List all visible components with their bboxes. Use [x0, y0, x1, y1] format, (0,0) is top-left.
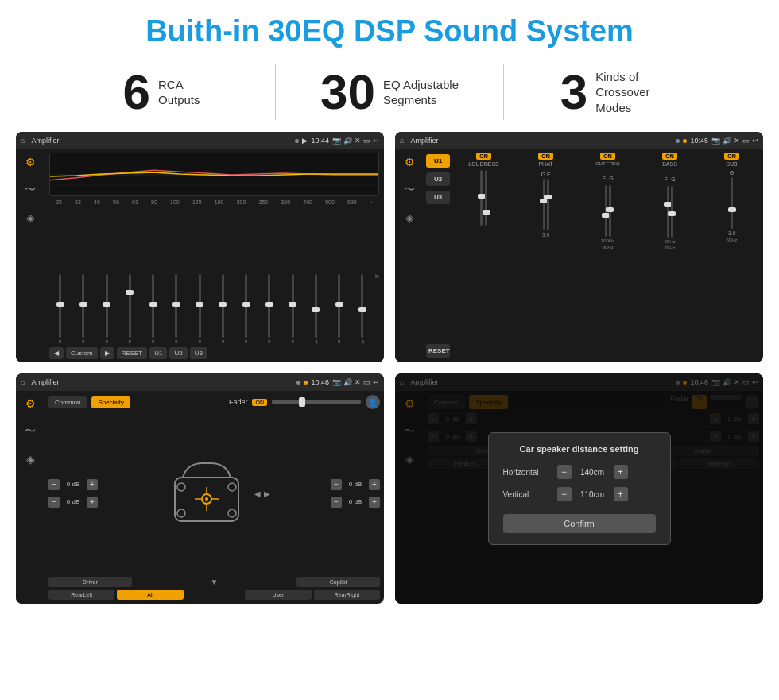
eq-sliders: 0 0 0 5 0 0 0 0 0 0 0 -1 0 -1 »	[49, 208, 379, 344]
screen-eq: ⌂ Amplifier ▶ 10:44 📷 🔊 ✕ ▭ ↩ ⚙ 〜 ◈	[16, 132, 384, 362]
eq-icon-3[interactable]: ◈	[26, 211, 35, 224]
eq-preset-btn[interactable]: Custom	[66, 347, 98, 359]
volume-icon-2[interactable]: 🔊	[723, 137, 731, 145]
db-minus-1[interactable]: −	[48, 479, 60, 490]
db-val-2: 0 dB	[62, 498, 84, 505]
spk-icon-2[interactable]: 〜	[25, 424, 36, 439]
minimize-icon[interactable]: ▭	[363, 137, 370, 145]
db-control-3: − 0 dB +	[331, 479, 380, 490]
eq-u3-btn[interactable]: U3	[190, 347, 207, 359]
svg-point-5	[228, 483, 236, 491]
svg-point-6	[177, 509, 185, 517]
rearright-btn[interactable]: RearRight	[314, 590, 380, 600]
user-btn[interactable]: User	[245, 590, 311, 600]
eq-controls[interactable]: ◀ Custom ▶ RESET U1 U2 U3	[49, 347, 379, 359]
close-icon[interactable]: ✕	[355, 137, 361, 145]
fader-on-badge: ON	[252, 399, 267, 406]
db-control-2: − 0 dB +	[48, 497, 98, 508]
amp-u3-btn[interactable]: U3	[426, 191, 450, 204]
horizontal-plus-btn[interactable]: +	[614, 465, 628, 479]
nav-left-icon[interactable]: ◀	[254, 489, 261, 498]
dot-icon-3	[683, 139, 687, 143]
camera-icon-2[interactable]: 📷	[711, 137, 720, 145]
back-icon-3[interactable]: ↩	[373, 378, 379, 386]
amp-icon-1[interactable]: ⚙	[405, 156, 415, 168]
expand-icon[interactable]: »	[375, 272, 380, 280]
db-minus-4[interactable]: −	[331, 497, 342, 508]
stat-text-rca: RCAOutputs	[158, 77, 200, 108]
home-icon-2[interactable]: ⌂	[400, 137, 404, 145]
amp-u1-btn[interactable]: U1	[426, 154, 450, 168]
copilot-btn[interactable]: Copilot	[296, 577, 380, 587]
vertical-minus-btn[interactable]: −	[557, 487, 572, 501]
nav-right-icon[interactable]: ▶	[264, 489, 270, 498]
minimize-icon-2[interactable]: ▭	[742, 137, 750, 145]
horizontal-minus-btn[interactable]: −	[557, 465, 572, 479]
fader-bar[interactable]	[272, 400, 361, 404]
dot-icon-4	[296, 381, 300, 385]
db-val-4: 0 dB	[344, 498, 366, 505]
vertical-plus-btn[interactable]: +	[614, 487, 628, 501]
vertical-label: Vertical	[503, 490, 551, 499]
main-title: Buith-in 30EQ DSP Sound System	[0, 0, 779, 56]
down-arrow-icon[interactable]: ▼	[211, 578, 219, 586]
back-icon[interactable]: ↩	[373, 137, 379, 145]
horizontal-value: 140cm	[575, 468, 610, 477]
db-plus-2[interactable]: +	[87, 497, 98, 508]
db-plus-1[interactable]: +	[87, 479, 98, 490]
dialog-overlay: Car speaker distance setting Horizontal …	[395, 373, 763, 604]
stat-item-crossover: 3 Kinds ofCrossover Modes	[504, 68, 731, 117]
volume-icon[interactable]: 🔊	[343, 137, 352, 145]
db-minus-3[interactable]: −	[331, 479, 342, 490]
fader-label: Fader	[229, 398, 248, 406]
close-icon-2[interactable]: ✕	[734, 137, 740, 145]
close-icon-3[interactable]: ✕	[355, 378, 361, 386]
play-icon[interactable]: ▶	[302, 137, 308, 145]
screen-eq-topbar-icons: 📷 🔊 ✕ ▭ ↩	[332, 137, 379, 145]
eq-main: 25 32 40 50 63 80 100 125 160 200 250 32…	[45, 149, 384, 362]
back-icon-2[interactable]: ↩	[752, 137, 758, 145]
amp-u2-btn[interactable]: U2	[426, 172, 450, 186]
stat-number-eq: 30	[320, 68, 375, 117]
dialog-vertical-row: Vertical − 110cm +	[503, 487, 656, 501]
home-icon-3[interactable]: ⌂	[21, 378, 25, 386]
specialty-tab[interactable]: Specialty	[91, 396, 130, 408]
spk-icon-1[interactable]: ⚙	[25, 397, 36, 410]
eq-prev-btn[interactable]: ◀	[49, 347, 64, 359]
camera-icon-3[interactable]: 📷	[332, 378, 341, 386]
screen-amp: ⌂ Amplifier 10:45 📷 🔊 ✕ ▭ ↩ ⚙ 〜 ◈ U1	[395, 132, 763, 362]
speaker-sidebar: ⚙ 〜 ◈	[16, 391, 45, 604]
amp-icon-3[interactable]: ◈	[405, 211, 414, 224]
vertical-value: 110cm	[575, 490, 610, 499]
stat-text-eq: EQ AdjustableSegments	[383, 77, 459, 108]
eq-reset-btn[interactable]: RESET	[117, 347, 148, 359]
stats-row: 6 RCAOutputs 30 EQ AdjustableSegments 3 …	[0, 56, 779, 132]
volume-icon-3[interactable]: 🔊	[343, 378, 352, 386]
eq-icon-2[interactable]: 〜	[25, 183, 36, 197]
svg-point-4	[177, 483, 185, 491]
minimize-icon-3[interactable]: ▭	[363, 378, 370, 386]
db-minus-2[interactable]: −	[48, 497, 60, 508]
db-plus-3[interactable]: +	[369, 479, 380, 490]
driver-btn[interactable]: Driver	[48, 577, 132, 587]
eq-next-btn[interactable]: ▶	[100, 347, 114, 359]
speaker-bottom-buttons: Driver ▼ Copilot	[48, 577, 380, 587]
eq-u1-btn[interactable]: U1	[149, 347, 167, 359]
screen-eq-title: Amplifier	[31, 137, 292, 145]
screen-amp-topbar-icons: 📷 🔊 ✕ ▭ ↩	[711, 137, 758, 145]
user-icon[interactable]: 👤	[366, 395, 380, 409]
amp-reset-btn[interactable]: RESET	[426, 344, 450, 358]
db-plus-4[interactable]: +	[369, 497, 380, 508]
camera-icon[interactable]: 📷	[332, 137, 341, 145]
home-icon[interactable]: ⌂	[21, 137, 25, 145]
amp-icon-2[interactable]: 〜	[404, 183, 415, 197]
common-tab[interactable]: Common	[48, 396, 87, 408]
all-btn[interactable]: All	[117, 590, 183, 600]
eq-u2-btn[interactable]: U2	[169, 347, 187, 359]
spk-icon-3[interactable]: ◈	[26, 453, 35, 466]
rearleft-btn[interactable]: RearLeft	[48, 590, 114, 600]
confirm-button[interactable]: Confirm	[503, 514, 656, 533]
eq-icon-1[interactable]: ⚙	[25, 156, 36, 168]
stat-text-crossover: Kinds ofCrossover Modes	[595, 69, 675, 116]
screen-speaker: ⌂ Amplifier 10:46 📷 🔊 ✕ ▭ ↩ ⚙ 〜 ◈	[16, 373, 384, 604]
